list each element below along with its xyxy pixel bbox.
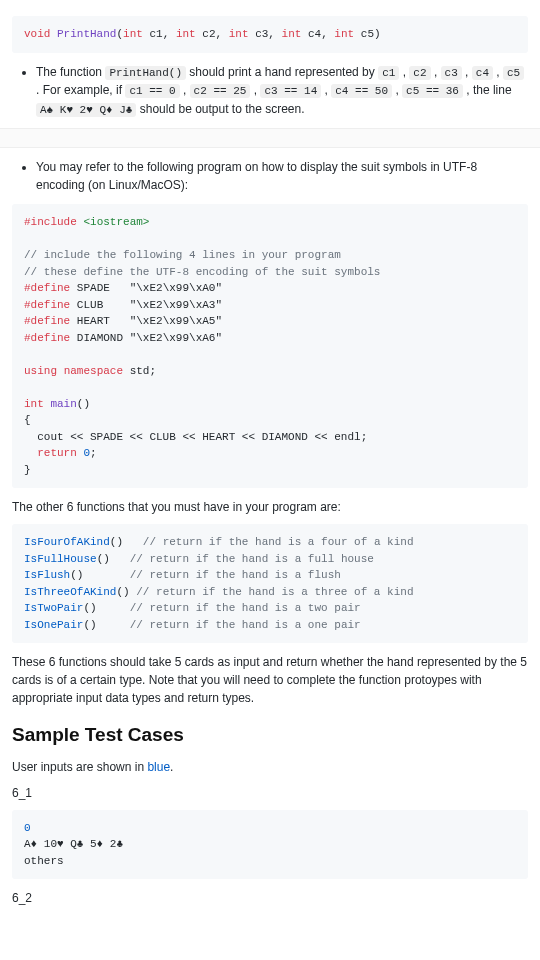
bullet-utf8-ref: You may refer to the following program o…: [36, 158, 528, 194]
heading-sample-test-cases: Sample Test Cases: [12, 721, 528, 750]
code-six-funcs: IsFourOfAKind() // return if the hand is…: [12, 524, 528, 643]
code-utf8-program: #include <iostream> // include the follo…: [12, 204, 528, 488]
code-printhand-call: PrintHand(): [105, 66, 186, 80]
bullet-printhand-desc: The function PrintHand() should print a …: [36, 63, 528, 119]
user-input: 0: [24, 822, 31, 834]
keyword-void: void: [24, 28, 50, 40]
tc-label-6-1: 6_1: [12, 784, 528, 802]
para-user-inputs-blue: User inputs are shown in blue.: [12, 758, 528, 776]
func-name: PrintHand: [57, 28, 116, 40]
section-divider: [0, 128, 540, 148]
code-printhand-sig: void PrintHand(int c1, int c2, int c3, i…: [12, 16, 528, 53]
tc-label-6-2: 6_2: [12, 889, 528, 907]
sample-hand: A♠ K♥ 2♥ Q♦ J♣: [36, 103, 136, 117]
para-other-6: The other 6 functions that you must have…: [12, 498, 528, 516]
para-6-desc: These 6 functions should take 5 cards as…: [12, 653, 528, 707]
bullet-list-1: The function PrintHand() should print a …: [12, 63, 528, 119]
tc-box-6-1: 0 A♦ 10♥ Q♣ 5♦ 2♣ others: [12, 810, 528, 880]
bullet-list-2: You may refer to the following program o…: [12, 158, 528, 194]
